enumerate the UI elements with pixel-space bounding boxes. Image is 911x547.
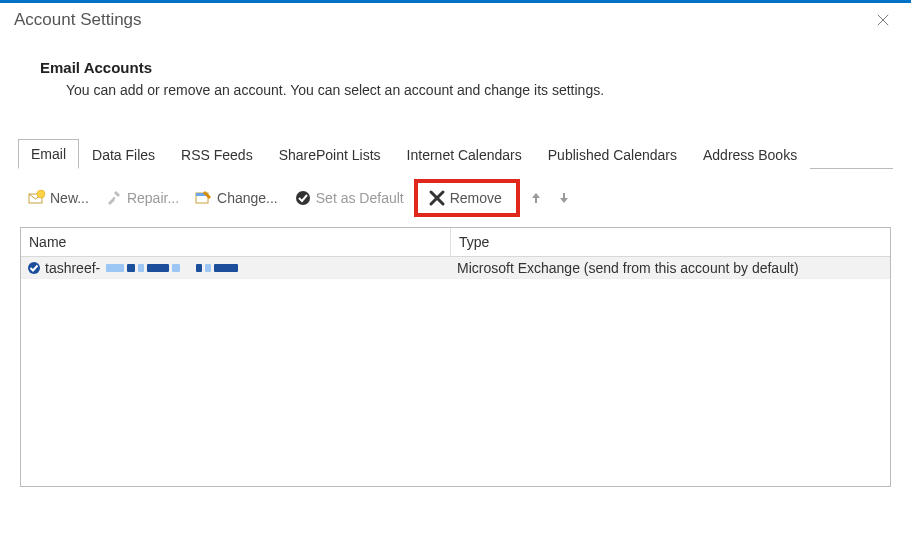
account-name: tashreef-: [45, 260, 100, 276]
close-button[interactable]: [863, 5, 903, 35]
remove-highlight: Remove: [414, 179, 520, 217]
section-description: You can add or remove an account. You ca…: [40, 82, 871, 98]
new-label: New...: [50, 190, 89, 206]
svg-rect-4: [113, 197, 115, 199]
check-circle-icon: [294, 189, 312, 207]
arrow-up-icon: [528, 190, 544, 206]
tab-strip: Email Data Files RSS Feeds SharePoint Li…: [18, 138, 893, 169]
tab-internet-calendars[interactable]: Internet Calendars: [394, 140, 535, 169]
window-title: Account Settings: [14, 10, 863, 30]
tab-sharepoint-lists[interactable]: SharePoint Lists: [266, 140, 394, 169]
tab-published-calendars[interactable]: Published Calendars: [535, 140, 690, 169]
set-default-label: Set as Default: [316, 190, 404, 206]
new-mail-icon: [28, 189, 46, 207]
arrow-down-icon: [556, 190, 572, 206]
redacted-text: [106, 264, 238, 272]
move-up-button[interactable]: [524, 188, 548, 208]
repair-button[interactable]: Repair...: [99, 187, 185, 209]
tools-icon: [105, 189, 123, 207]
change-button[interactable]: Change...: [189, 187, 284, 209]
remove-button[interactable]: Remove: [422, 187, 508, 209]
tab-data-files[interactable]: Data Files: [79, 140, 168, 169]
tab-address-books[interactable]: Address Books: [690, 140, 810, 169]
account-type: Microsoft Exchange (send from this accou…: [451, 260, 890, 276]
column-header-type[interactable]: Type: [451, 228, 890, 256]
section-heading: Email Accounts: [40, 59, 871, 76]
default-account-icon: [27, 261, 41, 275]
svg-point-7: [296, 191, 310, 205]
move-down-button[interactable]: [552, 188, 576, 208]
column-header-name[interactable]: Name: [21, 228, 451, 256]
set-default-button[interactable]: Set as Default: [288, 187, 410, 209]
account-row[interactable]: tashreef- Microsoft Exchange (send from …: [21, 257, 890, 279]
toolbar: New... Repair...: [18, 169, 893, 227]
remove-label: Remove: [450, 190, 502, 206]
accounts-grid: Name Type tashreef-: [20, 227, 891, 487]
new-button[interactable]: New...: [22, 187, 95, 209]
change-icon: [195, 189, 213, 207]
repair-label: Repair...: [127, 190, 179, 206]
remove-icon: [428, 189, 446, 207]
tab-email[interactable]: Email: [18, 139, 79, 169]
tab-rss-feeds[interactable]: RSS Feeds: [168, 140, 266, 169]
svg-point-3: [37, 190, 45, 198]
change-label: Change...: [217, 190, 278, 206]
